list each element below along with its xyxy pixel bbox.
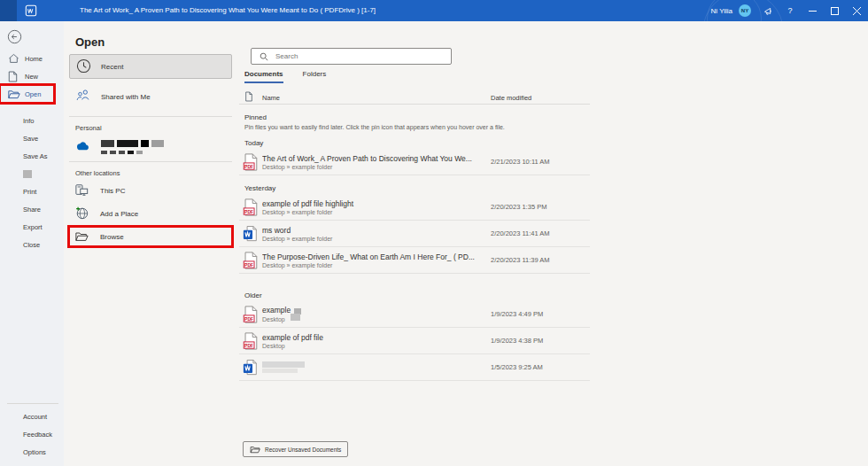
onedrive-account-item[interactable]	[69, 138, 232, 154]
file-row-text: exampleDesktop	[262, 306, 491, 322]
open-source-label: Shared with Me	[101, 93, 151, 101]
location-browse[interactable]: Browse	[69, 227, 232, 246]
file-date-modified: 1/9/2023 4:38 PM	[491, 337, 588, 345]
pdf-file-icon: PDF	[243, 198, 258, 216]
file-path: Desktop » example folder	[262, 164, 491, 170]
word-file-icon	[243, 359, 258, 377]
pdf-file-icon: PDF	[243, 332, 258, 350]
sidebar-item-redacted[interactable]	[0, 165, 64, 183]
pinned-section-label: Pinned	[244, 113, 590, 121]
sidebar-item-open[interactable]: Open	[0, 85, 54, 103]
open-source-shared-with-me[interactable]: Shared with Me	[69, 84, 232, 109]
tab-documents[interactable]: Documents	[244, 70, 283, 83]
sidebar-item-save-as[interactable]: Save As	[0, 147, 64, 165]
svg-text:PDF: PDF	[244, 315, 253, 321]
file-row[interactable]: ms wordDesktop » example folder2/20/2023…	[239, 221, 590, 247]
sidebar-item-share[interactable]: Share	[0, 200, 64, 218]
column-header-name[interactable]: Name	[262, 94, 491, 102]
file-path: Desktop » example folder	[262, 262, 491, 268]
location-this-pc[interactable]: This PC	[69, 181, 232, 200]
file-path: Desktop » example folder	[262, 209, 491, 215]
list-header-row[interactable]: Name Date modified	[239, 89, 590, 105]
close-button[interactable]	[846, 0, 868, 21]
sidebar-item-info[interactable]: Info	[0, 112, 64, 129]
other-locations-section-label: Other locations	[75, 169, 237, 177]
file-path: Desktop	[262, 315, 491, 322]
file-row-text: example of pdf file highlightDesktop » e…	[262, 199, 491, 215]
sidebar-divider	[7, 403, 58, 404]
minimize-button[interactable]	[802, 0, 824, 21]
file-row[interactable]: PDFThe Art of Work_ A Proven Path to Dis…	[239, 149, 590, 175]
file-row[interactable]: PDFexample of pdf fileDesktop1/9/2023 4:…	[239, 328, 590, 354]
section-label-yesterday: Yesterday	[244, 184, 590, 192]
sidebar-item-new[interactable]: New	[0, 67, 64, 85]
file-name: example of pdf file	[262, 333, 491, 342]
sidebar-item-export[interactable]: Export	[0, 218, 64, 236]
sidebar-bottom-group: AccountFeedbackOptions	[0, 403, 64, 461]
divider	[69, 161, 232, 162]
sidebar-item-print[interactable]: Print	[0, 183, 64, 200]
recent-files-panel: DocumentsFolders Name Date modified Pinn…	[237, 21, 868, 466]
user-avatar[interactable]: NY	[739, 4, 751, 17]
file-row[interactable]: PDFexample of pdf file highlightDesktop …	[239, 194, 590, 221]
word-file-icon	[243, 225, 258, 243]
titlebar-right-controls: Ni Yilia NY ?	[711, 0, 868, 21]
search-icon	[260, 52, 268, 61]
sidebar-item-label: Home	[25, 55, 43, 63]
section-label-today: Today	[244, 139, 590, 147]
sidebar-item-label: Export	[23, 223, 43, 231]
file-date-modified: 2/20/2023 1:35 PM	[491, 203, 588, 211]
sidebar-item-label: Print	[23, 188, 36, 196]
sidebar-item-label: Info	[23, 117, 35, 125]
file-row[interactable]: 1/5/2023 9:25 AM	[239, 354, 590, 381]
onedrive-account-name-redacted	[101, 138, 164, 154]
location-label: Add a Place	[100, 210, 138, 218]
file-date-modified: 2/20/2023 11:39 AM	[491, 256, 588, 264]
file-row-text: The Purpose-Driven Life_ What on Earth A…	[262, 252, 491, 268]
sidebar-item-label: New	[25, 73, 38, 81]
file-date-modified: 2/20/2023 11:41 AM	[491, 229, 588, 237]
sidebar-item-label: Save	[23, 135, 38, 143]
tab-folders[interactable]: Folders	[303, 70, 327, 83]
sidebar-item-account[interactable]: Account	[0, 408, 64, 425]
file-row-text: The Art of Work_ A Proven Path to Discov…	[262, 154, 491, 170]
search-box[interactable]	[251, 48, 452, 65]
account-user-name[interactable]: Ni Yilia	[711, 7, 732, 15]
file-name: example of pdf file highlight	[262, 199, 491, 208]
add-place-icon	[75, 206, 90, 221]
file-row-text: example of pdf fileDesktop	[262, 333, 491, 349]
recover-unsaved-documents-button[interactable]: Recover Unsaved Documents	[243, 441, 348, 457]
maximize-button[interactable]	[824, 0, 846, 21]
file-list: Name Date modified Pinned Pin files you …	[239, 89, 590, 381]
file-name: The Art of Work_ A Proven Path to Discov…	[262, 154, 491, 163]
file-date-modified: 1/5/2023 9:25 AM	[491, 363, 588, 371]
file-tabs: DocumentsFolders	[244, 70, 345, 83]
pinned-description: Pin files you want to easily find later.…	[244, 124, 590, 130]
location-add-a-place[interactable]: Add a Place	[69, 204, 232, 223]
back-button[interactable]	[7, 29, 22, 44]
file-row[interactable]: PDFThe Purpose-Driven Life_ What on Eart…	[239, 247, 590, 274]
recover-folder-icon	[250, 446, 260, 454]
sidebar-item-feedback[interactable]: Feedback	[0, 425, 64, 443]
svg-text:PDF: PDF	[244, 163, 253, 168]
sidebar-item-close[interactable]: Close	[0, 236, 64, 253]
file-row[interactable]: PDFexampleDesktop1/9/2023 4:49 PM	[239, 301, 590, 328]
coming-soon-megaphone-icon[interactable]	[759, 0, 779, 21]
column-header-date-modified[interactable]: Date modified	[491, 94, 588, 102]
svg-text:PDF: PDF	[244, 208, 253, 214]
sidebar-item-label: Feedback	[23, 431, 52, 439]
open-source-recent[interactable]: Recent	[69, 54, 232, 79]
help-button[interactable]: ?	[779, 6, 802, 15]
page-title: Open	[75, 35, 237, 49]
file-path: Desktop	[262, 343, 491, 349]
sidebar-item-options[interactable]: Options	[0, 443, 64, 461]
sidebar-item-save[interactable]: Save	[0, 129, 64, 147]
sidebar-item-home[interactable]: Home	[0, 50, 64, 67]
sidebar-item-label: Options	[23, 448, 46, 456]
divider	[69, 116, 232, 117]
sidebar-item-label: Save As	[23, 152, 48, 160]
search-input[interactable]	[274, 51, 437, 61]
pdf-file-icon: PDF	[243, 252, 258, 269]
recover-button-label: Recover Unsaved Documents	[265, 447, 341, 453]
word-app-icon[interactable]	[25, 4, 37, 17]
